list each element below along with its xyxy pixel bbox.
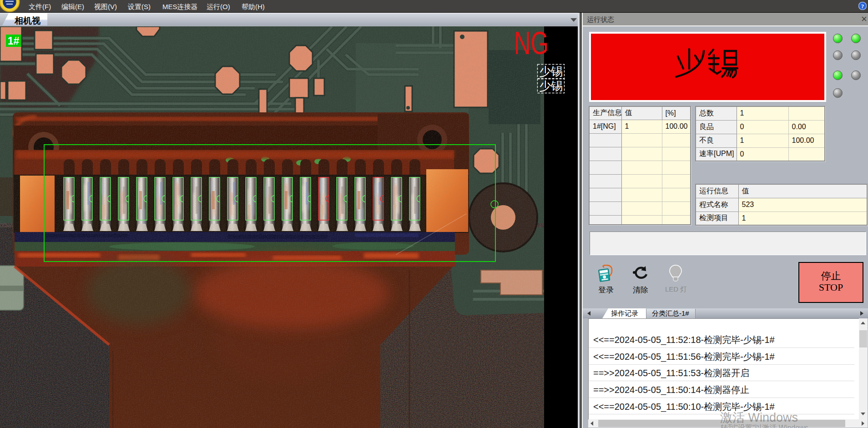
svg-text:1#: 1# — [8, 35, 20, 47]
svg-text:?: ? — [861, 3, 864, 10]
svg-text:少锡: 少锡 — [539, 79, 563, 93]
svg-text:少锡: 少锡 — [539, 65, 563, 78]
svg-text:NG: NG — [514, 26, 549, 61]
